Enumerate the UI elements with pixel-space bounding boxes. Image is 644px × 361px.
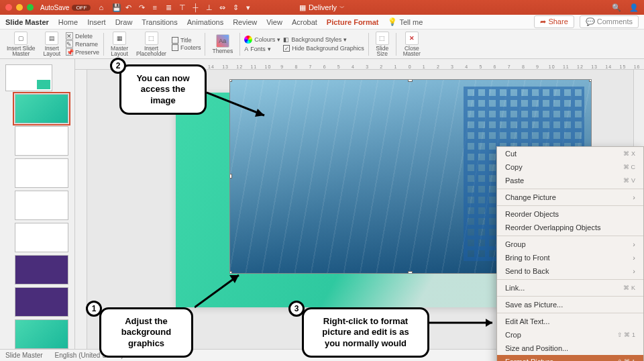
share-button[interactable]: ➦ Share [534, 15, 574, 28]
layout-thumbnail[interactable] [15, 126, 68, 156]
layout-thumbnail[interactable] [15, 319, 68, 349]
annotation-arrow-icon [195, 270, 248, 310]
layout-thumbnail[interactable] [15, 255, 68, 285]
chevron-down-icon: ▾ [343, 36, 347, 43]
fonts-dropdown[interactable]: AFonts▾ [244, 46, 280, 52]
undo-icon[interactable]: ↶ [125, 3, 133, 11]
slide-thumbnails-panel[interactable]: 1 [0, 59, 75, 349]
background-styles-dropdown[interactable]: ◧Background Styles▾ [283, 36, 364, 43]
distribute-v-icon[interactable]: ⇕ [233, 3, 241, 11]
resize-handle[interactable] [589, 79, 592, 82]
menu-reorder-overlapping[interactable]: Reorder Overlapping Objects [497, 221, 643, 234]
search-icon[interactable]: 🔍 [612, 3, 621, 12]
insert-slide-master-button[interactable]: ▢ Insert Slide Master [4, 32, 38, 57]
menu-change-picture[interactable]: Change Picture [497, 191, 643, 204]
align-bottom-icon[interactable]: ⊥ [206, 3, 214, 11]
tell-me[interactable]: 💡 Tell me [388, 17, 423, 26]
resize-handle[interactable] [408, 79, 413, 82]
footers-checkbox[interactable]: Footers [172, 44, 201, 51]
tab-draw[interactable]: Draw [115, 18, 133, 26]
close-master-button[interactable]: ✕ Close Master [400, 32, 423, 57]
distribute-h-icon[interactable]: ⇔ [219, 3, 227, 11]
tab-transitions[interactable]: Transitions [142, 18, 177, 26]
delete-button[interactable]: ✕Delete [66, 32, 99, 40]
close-icon: ✕ [405, 32, 419, 45]
themes-button[interactable]: Aa Themes [209, 34, 235, 54]
close-window-icon[interactable] [5, 4, 12, 11]
lightbulb-icon: 💡 [388, 17, 397, 26]
master-thumbnail[interactable]: 1 [5, 64, 52, 91]
minimize-window-icon[interactable] [16, 4, 23, 11]
tab-view[interactable]: View [266, 18, 282, 26]
fonts-icon: A [244, 46, 248, 52]
chevron-down-icon: ▾ [268, 46, 271, 52]
tab-home[interactable]: Home [58, 18, 78, 26]
submenu-arrow-icon [633, 254, 635, 262]
svg-line-0 [207, 93, 264, 115]
tab-review[interactable]: Review [233, 18, 257, 26]
menu-bring-front[interactable]: Bring to Front [497, 251, 643, 264]
autosave-toggle[interactable]: AutoSave OFF [40, 4, 91, 11]
user-icon[interactable]: 👤 [629, 3, 639, 12]
ribbon: ▢ Insert Slide Master ▤ Insert Layout ✕D… [0, 30, 644, 59]
layout-thumbnail[interactable] [15, 158, 68, 188]
menu-paste[interactable]: Paste⌘ V [497, 174, 643, 187]
menu-save-as-picture[interactable]: Save as Picture... [497, 298, 643, 311]
slide-number: 1 [0, 65, 1, 72]
rename-button[interactable]: ✎Rename [66, 40, 99, 48]
hide-background-checkbox[interactable]: ✓Hide Background Graphics [283, 45, 364, 52]
colours-dropdown[interactable]: Colours▾ [244, 36, 280, 44]
menu-edit-alt-text[interactable]: Edit Alt Text... [497, 315, 643, 328]
align-middle-icon[interactable]: ┼ [193, 3, 201, 11]
comments-button[interactable]: 💬 Comments [580, 15, 639, 28]
menu-cut[interactable]: Cut⌘ X [497, 147, 643, 160]
menu-reorder-objects[interactable]: Reorder Objects [497, 207, 643, 221]
menu-size-position[interactable]: Size and Position... [497, 342, 643, 355]
save-icon[interactable]: 💾 [112, 3, 120, 11]
slide-size-button[interactable]: ⬚ Slide Size [373, 32, 392, 57]
align-left-icon[interactable]: ≡ [152, 3, 160, 11]
annotation-badge: 3 [288, 301, 305, 317]
ribbon-tabs: Slide Master Home Insert Draw Transition… [0, 15, 644, 30]
window-controls[interactable] [5, 4, 34, 11]
tab-acrobat[interactable]: Acrobat [292, 18, 317, 26]
layout-thumbnail[interactable] [15, 223, 68, 252]
tab-animations[interactable]: Animations [187, 18, 223, 26]
menu-crop[interactable]: Crop⇧ ⌘ 1 [497, 328, 643, 342]
insert-layout-button[interactable]: ▤ Insert Layout [41, 32, 64, 57]
submenu-arrow-icon [633, 193, 635, 201]
resize-handle[interactable] [229, 174, 232, 178]
share-icon: ➦ [540, 17, 546, 25]
align-center-icon[interactable]: ≣ [166, 3, 174, 11]
resize-handle[interactable] [408, 271, 413, 274]
tab-picture-format[interactable]: Picture Format [327, 18, 379, 26]
insert-placeholder-button[interactable]: ⬚ Insert Placeholder [133, 32, 169, 57]
master-layout-button[interactable]: ▦ Master Layout [108, 32, 131, 57]
home-icon[interactable]: ⌂ [99, 3, 107, 11]
slide-size-icon: ⬚ [376, 32, 389, 45]
menu-send-back[interactable]: Send to Back [497, 264, 643, 278]
resize-handle[interactable] [229, 79, 232, 82]
document-title[interactable]: ▦ Deliverly ﹀ [299, 3, 345, 12]
submenu-arrow-icon [633, 267, 635, 275]
menu-copy[interactable]: Copy⌘ C [497, 160, 643, 174]
title-checkbox[interactable]: Title [172, 37, 201, 44]
powerpoint-icon: ▦ [299, 3, 306, 12]
redo-icon[interactable]: ↷ [139, 3, 147, 11]
quick-access-toolbar: ⌂ 💾 ↶ ↷ ≡ ≣ ⊤ ┼ ⊥ ⇔ ⇕ ▾ [99, 3, 254, 11]
qat-dropdown-icon[interactable]: ▾ [246, 3, 254, 11]
chevron-down-icon: ▾ [277, 36, 280, 43]
menu-format-picture[interactable]: Format Picture...⇧ ⌘ 1 [497, 355, 643, 361]
autosave-label: AutoSave [40, 4, 69, 11]
align-top-icon[interactable]: ⊤ [179, 3, 187, 11]
menu-group[interactable]: Group [497, 238, 643, 251]
layout-thumbnail[interactable] [15, 94, 68, 123]
chevron-down-icon[interactable]: ﹀ [339, 4, 345, 11]
layout-thumbnail[interactable] [15, 191, 68, 220]
zoom-window-icon[interactable] [27, 4, 34, 11]
preserve-button[interactable]: 📌Preserve [66, 48, 99, 56]
tab-insert[interactable]: Insert [87, 18, 106, 26]
layout-thumbnail[interactable] [15, 287, 68, 317]
menu-link[interactable]: Link...⌘ K [497, 281, 643, 295]
tab-slide-master[interactable]: Slide Master [5, 18, 49, 26]
